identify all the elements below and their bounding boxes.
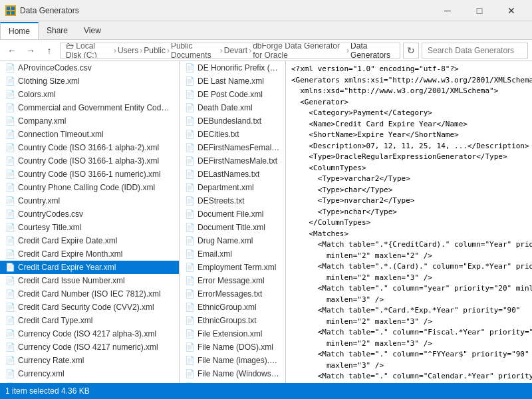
file-icon: 📄 — [185, 249, 195, 259]
file-icon: 📄 — [185, 289, 195, 299]
middle-file-item[interactable]: 📄File Name (DOS).xml — [180, 340, 285, 354]
middle-file-item[interactable]: 📄DE Post Code.xml — [180, 88, 285, 101]
file-icon: 📄 — [185, 263, 195, 272]
svg-rect-2 — [7, 11, 10, 15]
middle-file-item[interactable]: 📄Error Message.xml — [180, 274, 285, 287]
file-icon: 📄 — [185, 209, 195, 219]
file-icon: 📄 — [5, 289, 15, 299]
up-button[interactable]: ↑ — [41, 43, 57, 59]
middle-file-item[interactable]: 📄DEFirstNamesFemale.txt — [180, 141, 285, 154]
code-line: minlen="2" maxlen="3" /> — [291, 273, 527, 284]
middle-file-item[interactable]: 📄DE Honorific Prefix (Title).xml — [180, 61, 285, 74]
middle-file-item[interactable]: 📄DELastNames.txt — [180, 168, 285, 181]
main-area: 📄AProvinceCodes.csv📄Clothing Size.xml📄Co… — [0, 61, 532, 383]
middle-file-item[interactable]: 📄Document File.xml — [180, 207, 285, 221]
middle-file-item[interactable]: 📄Email.xml — [180, 247, 285, 261]
close-button[interactable]: ✕ — [496, 0, 527, 21]
file-name: CountryCodes.csv — [18, 209, 83, 219]
left-file-item[interactable]: 📄Currency Code (ISO 4217 numeric).xml — [0, 340, 179, 354]
code-line: <Type>char</Type> — [291, 185, 527, 196]
middle-file-item[interactable]: 📄File Extension.xml — [180, 327, 285, 340]
middle-file-item[interactable]: 📄Employment Term.xml — [180, 261, 285, 274]
middle-file-item[interactable]: 📄Death Date.xml — [180, 101, 285, 114]
tab-view[interactable]: View — [76, 23, 109, 39]
left-file-item[interactable]: 📄Company.xml — [0, 114, 179, 128]
search-input[interactable] — [422, 43, 528, 59]
left-file-item[interactable]: 📄Currency Code (ISO 4217 alpha-3).xml — [0, 327, 179, 340]
path-part-6: dbForge Data Generator for Oracle — [253, 43, 345, 59]
code-line: <Type>OracleRegularExpressionGenerator</… — [291, 152, 527, 163]
left-file-item[interactable]: 📄AProvinceCodes.csv — [0, 61, 179, 74]
middle-file-item[interactable]: 📄DEFirstNamesMale.txt — [180, 154, 285, 168]
title-bar: Data Generators ─ □ ✕ — [0, 0, 532, 21]
left-file-panel: 📄AProvinceCodes.csv📄Clothing Size.xml📄Co… — [0, 61, 180, 383]
left-file-item[interactable]: 📄Credit Card Type.xml — [0, 314, 179, 327]
file-icon: 📄 — [185, 183, 195, 192]
left-file-item[interactable]: 📄Country Code (ISO 3166-1 alpha-2).xml — [0, 141, 179, 154]
file-icon: 📄 — [185, 170, 195, 179]
file-name: EthnicGroup.xml — [198, 303, 257, 312]
left-file-item[interactable]: 📄Clothing Size.xml — [0, 74, 179, 88]
left-file-item[interactable]: 📄Country Code (ISO 3166-1 alpha-3).xml — [0, 154, 179, 168]
file-icon: 📄 — [185, 356, 195, 365]
left-file-item[interactable]: 📄Country Phone Calling Code (IDD).xml — [0, 181, 179, 194]
file-name: File Path (DOS).xml — [198, 382, 269, 383]
file-name: DEBundesland.txt — [198, 116, 261, 126]
middle-file-item[interactable]: 📄DE Last Name.xml — [180, 74, 285, 88]
left-file-item[interactable]: 📄Credit Card Issue Number.xml — [0, 274, 179, 287]
middle-file-item[interactable]: 📄DEStreets.txt — [180, 194, 285, 207]
file-icon: 📄 — [185, 90, 195, 99]
left-file-item[interactable]: 📄E Address Full.xml — [0, 380, 179, 383]
left-file-item[interactable]: 📄CountryCodes.csv — [0, 207, 179, 221]
middle-file-item[interactable]: 📄Drug Name.xml — [180, 234, 285, 247]
middle-file-item[interactable]: 📄Department.xml — [180, 181, 285, 194]
left-file-item[interactable]: 📄Country.xml — [0, 194, 179, 207]
middle-file-item[interactable]: 📄DEBundesland.txt — [180, 114, 285, 128]
file-name: EthnicGroups.txt — [198, 316, 257, 325]
file-name: DE Last Name.xml — [198, 76, 264, 86]
file-icon: 📄 — [185, 76, 195, 86]
middle-file-item[interactable]: 📄EthnicGroups.txt — [180, 314, 285, 327]
maximize-button[interactable]: □ — [464, 0, 495, 21]
file-icon: 📄 — [185, 63, 195, 72]
file-name: DE Post Code.xml — [198, 90, 263, 99]
tab-share[interactable]: Share — [39, 23, 76, 39]
file-icon: 📄 — [5, 276, 15, 285]
middle-file-item[interactable]: 📄ErrorMessages.txt — [180, 287, 285, 301]
status-bar: 1 item selected 4.36 KB — [0, 383, 532, 399]
forward-button[interactable]: → — [23, 43, 39, 59]
left-file-item[interactable]: 📄Country Code (ISO 3166-1 numeric).xml — [0, 168, 179, 181]
middle-file-item[interactable]: 📄Document Title.xml — [180, 221, 285, 234]
file-icon: 📄 — [5, 236, 15, 245]
left-file-item[interactable]: 📄Credit Card Expire Year.xml — [0, 261, 179, 274]
code-line: <Description>07, 12, 11, 25, 14, ...</De… — [291, 141, 527, 152]
left-file-item[interactable]: 📄Credit Card Number (ISO IEC 7812).xml — [0, 287, 179, 301]
file-name: Currency Code (ISO 4217 alpha-3).xml — [18, 329, 156, 338]
middle-file-item[interactable]: 📄DECities.txt — [180, 128, 285, 141]
minimize-button[interactable]: ─ — [432, 0, 463, 21]
middle-file-item[interactable]: 📄File Name (images).xml — [180, 354, 285, 367]
middle-file-panel: 📄DE Honorific Prefix (Title).xml📄DE Last… — [180, 61, 286, 383]
file-name: DEFirstNamesFemale.txt — [198, 143, 280, 152]
path-part-5: Devart — [224, 46, 247, 55]
left-file-item[interactable]: 📄Credit Card Expire Month.xml — [0, 247, 179, 261]
code-line: <Matches> — [291, 229, 527, 240]
left-file-item[interactable]: 📄Colors.xml — [0, 88, 179, 101]
middle-file-item[interactable]: 📄EthnicGroup.xml — [180, 301, 285, 314]
left-file-item[interactable]: 📄Currency.xml — [0, 367, 179, 380]
address-path[interactable]: 🗁 Local Disk (C:) › Users › Public › Pub… — [60, 43, 400, 59]
left-file-item[interactable]: 📄Commercial and Government Entity Code (… — [0, 101, 179, 114]
left-file-item[interactable]: 📄Credit Card Expire Date.xml — [0, 234, 179, 247]
code-line: <ColumnTypes> — [291, 163, 527, 174]
code-line: <Generators xmlns:xsi="http://www.w3.org… — [291, 75, 527, 86]
code-line: <Type>nchar</Type> — [291, 207, 527, 218]
tab-home[interactable]: Home — [0, 22, 39, 39]
middle-file-item[interactable]: 📄File Name (Windows).xml — [180, 367, 285, 380]
back-button[interactable]: ← — [4, 43, 20, 59]
middle-file-item[interactable]: 📄File Path (DOS).xml — [180, 380, 285, 383]
left-file-item[interactable]: 📄Courtesy Title.xml — [0, 221, 179, 234]
left-file-item[interactable]: 📄Connection Timeout.xml — [0, 128, 179, 141]
left-file-item[interactable]: 📄Currency Rate.xml — [0, 354, 179, 367]
left-file-item[interactable]: 📄Credit Card Security Code (CVV2).xml — [0, 301, 179, 314]
refresh-button[interactable]: ↻ — [403, 43, 419, 59]
